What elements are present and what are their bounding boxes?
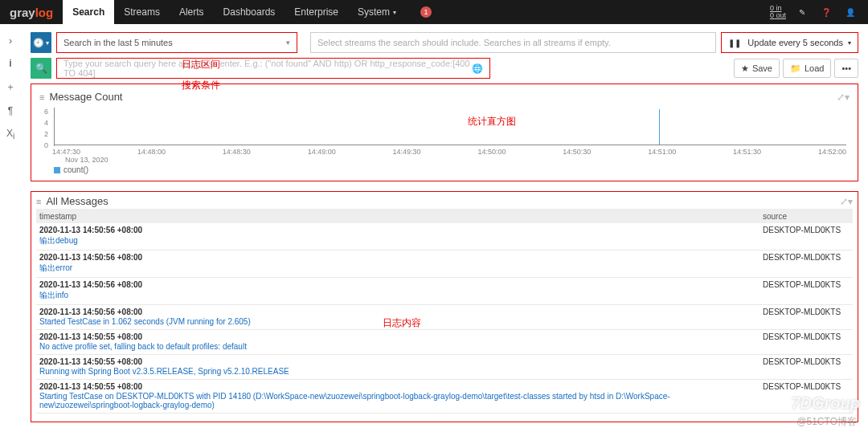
query-placeholder: Type your search query here and press en… [63, 59, 483, 78]
caret-down-icon: ▾ [286, 39, 290, 47]
time-range-label: Search in the last 5 minutes [63, 38, 173, 47]
time-range-select[interactable]: Search in the last 5 minutes ▾ [56, 32, 297, 53]
watermark-blog: @51CTO博客 [796, 415, 857, 429]
user-icon[interactable]: 👤 [842, 4, 858, 20]
rail-xi-icon[interactable]: Xi [6, 128, 14, 141]
nav-system-label: System [358, 6, 390, 18]
rail-plus-icon[interactable]: ＋ [6, 80, 15, 94]
ytick: 0 [44, 141, 48, 149]
legend-swatch [54, 167, 60, 173]
message-row[interactable]: 2020-11-13 14:50:56 +08:00Started TestCa… [36, 305, 853, 330]
message-timestamp: 2020-11-13 14:50:56 +08:00 [39, 280, 763, 289]
time-cursor [659, 109, 660, 145]
x-date: Nov 13, 2020 [65, 156, 108, 164]
top-nav: graylog Search Streams Alerts Dashboards… [0, 0, 868, 24]
ytick: 4 [44, 119, 48, 127]
nav-system[interactable]: System▾ [348, 0, 406, 24]
message-source: DESKTOP-MLD0KTS [763, 308, 850, 326]
globe-icon[interactable]: 🌐 [472, 63, 483, 74]
auto-refresh-select[interactable]: ❚❚ Update every 5 seconds ▾ [721, 32, 858, 53]
message-timestamp: 2020-11-13 14:50:56 +08:00 [39, 226, 763, 234]
more-button[interactable]: ••• [834, 59, 858, 78]
message-row[interactable]: 2020-11-13 14:50:55 +08:00Starting TestC… [36, 380, 853, 414]
col-source[interactable]: source [763, 212, 850, 221]
wechat-icon [770, 397, 788, 411]
top-right: 0 in0 out ✎ ❓ 👤 [760, 0, 868, 24]
histogram-chart[interactable]: 6 4 2 0 14:47:3014:48:0014:48:3014:49:00… [39, 108, 850, 164]
nav-enterprise[interactable]: Enterprise [285, 0, 348, 24]
message-source: DESKTOP-MLD0KTS [763, 357, 850, 376]
nav-search[interactable]: Search [63, 0, 114, 24]
messages-title: All Messages [46, 195, 108, 207]
caret-down-icon: ▾ [848, 39, 851, 47]
search-row-1: 🕘 Search in the last 5 minutes ▾ Select … [31, 32, 858, 53]
nav-notifications[interactable]: 1 [406, 0, 441, 24]
ytick: 6 [44, 108, 48, 116]
message-row[interactable]: 2020-11-13 14:50:56 +08:00输出errorDESKTOP… [36, 251, 853, 278]
col-timestamp[interactable]: timestamp [39, 212, 763, 221]
search-button[interactable]: 🔍 [31, 58, 51, 79]
message-source: DESKTOP-MLD0KTS [763, 280, 850, 301]
save-button[interactable]: ★ Save [734, 59, 780, 78]
messages-body: 2020-11-13 14:50:56 +08:00输出debugDESKTOP… [36, 223, 853, 414]
nav-items: Search Streams Alerts Dashboards Enterpr… [63, 0, 441, 24]
left-rail: › i ＋ ¶ Xi [0, 24, 21, 440]
watermark-group: 7DGroup [770, 394, 860, 413]
search-row-2: 🔍 Type your search query here and press … [31, 58, 858, 79]
message-timestamp: 2020-11-13 14:50:55 +08:00 [39, 332, 763, 341]
message-text: Starting TestCase on DESKTOP-MLD0KTS wit… [39, 392, 763, 409]
annotation-messages: 日志内容 [383, 316, 421, 330]
pause-icon: ❚❚ [728, 39, 741, 47]
streams-placeholder: Select streams the search should include… [317, 38, 611, 47]
main: 🕘 Search in the last 5 minutes ▾ Select … [21, 24, 868, 440]
annotation-range: 日志区间 [182, 58, 220, 71]
panel-menu-icon[interactable]: ≡ [36, 197, 41, 206]
message-source: DESKTOP-MLD0KTS [763, 253, 850, 274]
save-load-group: ★ Save 📁 Load ••• [734, 59, 858, 78]
histogram-title: Message Count [49, 91, 122, 103]
nav-streams[interactable]: Streams [114, 0, 170, 24]
message-row[interactable]: 2020-11-13 14:50:55 +08:00No active prof… [36, 330, 853, 355]
messages-header-row: timestamp source [36, 209, 853, 223]
message-source: DESKTOP-MLD0KTS [763, 332, 850, 351]
message-row[interactable]: 2020-11-13 14:50:55 +08:00Running with S… [36, 355, 853, 380]
rail-pilcrow-icon[interactable]: ¶ [8, 105, 13, 116]
chart-legend: count() [39, 165, 850, 174]
message-text: Running with Spring Boot v2.3.5.RELEASE,… [39, 367, 763, 376]
throughput-indicator: 0 in0 out [770, 5, 786, 19]
query-input[interactable]: Type your search query here and press en… [56, 58, 490, 79]
message-text: 输出info [39, 290, 763, 301]
annotation-histogram: 统计直方图 [468, 115, 516, 128]
message-timestamp: 2020-11-13 14:50:55 +08:00 [39, 382, 763, 391]
message-source: DESKTOP-MLD0KTS [763, 226, 850, 246]
notification-badge: 1 [420, 6, 432, 18]
histogram-panel: ≡ Message Count ⤢▾ 6 4 2 0 14:47:3014:48… [31, 84, 858, 181]
ytick: 2 [44, 130, 48, 138]
message-row[interactable]: 2020-11-13 14:50:56 +08:00输出infoDESKTOP-… [36, 278, 853, 305]
message-text: 输出debug [39, 235, 763, 246]
streams-select[interactable]: Select streams the search should include… [310, 32, 716, 53]
message-timestamp: 2020-11-13 14:50:56 +08:00 [39, 253, 763, 262]
auto-refresh-label: Update every 5 seconds [747, 38, 843, 47]
annotation-query: 搜索条件 [182, 79, 220, 92]
caret-down-icon: ▾ [393, 9, 396, 16]
message-timestamp: 2020-11-13 14:50:56 +08:00 [39, 308, 763, 316]
rail-expand-icon[interactable]: › [9, 35, 12, 47]
brand-logo: graylog [0, 0, 63, 24]
message-row[interactable]: 2020-11-13 14:50:56 +08:00输出debugDESKTOP… [36, 223, 853, 251]
nav-alerts[interactable]: Alerts [170, 0, 214, 24]
time-range-type-button[interactable]: 🕘 [31, 32, 51, 53]
message-timestamp: 2020-11-13 14:50:55 +08:00 [39, 357, 763, 366]
rail-info-icon[interactable]: i [9, 58, 11, 69]
help-icon[interactable]: ❓ [818, 4, 834, 20]
message-text: 输出error [39, 263, 763, 274]
expand-icon[interactable]: ⤢▾ [837, 92, 850, 103]
nav-dashboards[interactable]: Dashboards [214, 0, 285, 24]
panel-menu-icon[interactable]: ≡ [39, 92, 44, 102]
load-button[interactable]: 📁 Load [783, 59, 831, 78]
messages-panel: ≡ All Messages ⤢▾ timestamp source 2020-… [31, 191, 858, 422]
expand-icon[interactable]: ⤢▾ [840, 196, 853, 207]
edit-icon[interactable]: ✎ [794, 4, 810, 20]
message-text: No active profile set, falling back to d… [39, 342, 763, 351]
x-ticks: 14:47:3014:48:0014:48:3014:49:0014:49:30… [52, 148, 846, 156]
